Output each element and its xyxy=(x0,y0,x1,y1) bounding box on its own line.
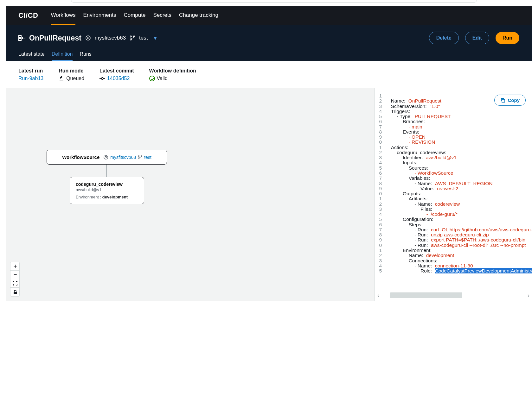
branch-name: test xyxy=(139,35,148,41)
edit-button[interactable]: Edit xyxy=(465,32,489,44)
delete-button[interactable]: Delete xyxy=(429,32,459,44)
nav-environments[interactable]: Environments xyxy=(83,6,116,25)
branch-dropdown[interactable]: ▼ xyxy=(153,35,158,41)
svg-rect-2 xyxy=(22,37,25,39)
run-button[interactable]: Run xyxy=(496,32,519,44)
repo-icon xyxy=(85,35,91,41)
repo-name: mysfitscvb63 xyxy=(95,35,126,41)
search-outline xyxy=(71,0,477,3)
repo-icon xyxy=(103,155,108,160)
svg-point-14 xyxy=(138,158,139,159)
node-codeguru[interactable]: codeguru_codereview aws/build@v1 Environ… xyxy=(70,177,144,204)
zoom-controls: + − xyxy=(10,262,20,297)
zoom-fit-button[interactable] xyxy=(10,279,20,288)
svg-point-8 xyxy=(101,78,103,79)
nav-secrets[interactable]: Secrets xyxy=(153,6,171,25)
svg-point-4 xyxy=(87,37,89,39)
commit-link[interactable]: 14035d52 xyxy=(107,76,130,81)
nav-workflows[interactable]: Workflows xyxy=(51,6,75,25)
branch-icon xyxy=(130,35,135,41)
copy-icon xyxy=(500,98,505,103)
yaml-code[interactable]: 1 2 Name: OnPullRequest 3 SchemaVersion:… xyxy=(375,88,532,289)
latest-run-link[interactable]: Run-9ab13 xyxy=(18,76,43,81)
branch-icon xyxy=(138,155,142,160)
zoom-in-button[interactable]: + xyxy=(10,262,20,271)
svg-point-15 xyxy=(141,155,142,156)
tab-runs[interactable]: Runs xyxy=(80,51,91,61)
nav-compute[interactable]: Compute xyxy=(124,6,145,25)
commit-icon xyxy=(99,77,105,80)
svg-point-7 xyxy=(133,36,135,37)
svg-point-12 xyxy=(105,156,107,158)
svg-rect-0 xyxy=(19,35,21,37)
svg-point-11 xyxy=(104,155,108,159)
svg-rect-17 xyxy=(502,99,505,102)
info-latest-commit: Latest commit 14035d52 xyxy=(99,68,134,81)
info-run-mode: Run mode Queued xyxy=(59,68,84,81)
scroll-right-icon[interactable]: › xyxy=(526,292,531,298)
svg-rect-1 xyxy=(19,39,21,41)
cicd-nav: CI/CD Workflows Environments Compute Sec… xyxy=(6,6,532,25)
workflow-icon xyxy=(18,35,25,41)
zoom-out-button[interactable]: − xyxy=(10,271,20,279)
tab-latest-state[interactable]: Latest state xyxy=(18,51,45,61)
info-workflow-def: Workflow definition Valid xyxy=(149,68,196,81)
connector-line xyxy=(106,165,107,177)
tab-definition[interactable]: Definition xyxy=(52,51,73,61)
node-workflow-source[interactable]: WorkflowSource mysfitscvb63 test xyxy=(47,150,167,165)
lock-button[interactable] xyxy=(10,288,20,296)
yaml-pane: Copy 1 2 Name: OnPullRequest 3 SchemaVer… xyxy=(375,88,532,301)
nav-change-tracking[interactable]: Change tracking xyxy=(179,6,218,25)
svg-point-13 xyxy=(138,155,139,156)
top-bar xyxy=(0,0,532,6)
scrollbar-thumb[interactable] xyxy=(390,292,462,298)
scroll-left-icon[interactable]: ‹ xyxy=(376,292,381,298)
cicd-brand: CI/CD xyxy=(18,11,38,20)
svg-point-5 xyxy=(130,36,131,37)
info-latest-run: Latest run Run-9ab13 xyxy=(18,68,43,81)
queued-icon xyxy=(59,76,64,81)
svg-point-6 xyxy=(130,39,131,40)
workflow-title: OnPullRequest xyxy=(29,34,81,42)
valid-icon xyxy=(149,76,155,81)
workflow-canvas[interactable]: WorkflowSource mysfitscvb63 test codegur… xyxy=(6,88,375,301)
svg-point-3 xyxy=(86,36,90,40)
horizontal-scrollbar[interactable]: ‹ › xyxy=(375,289,532,301)
workflow-header: OnPullRequest mysfitscvb63 test ▼ Delete… xyxy=(6,25,532,61)
info-bar: Latest run Run-9ab13 Run mode Queued Lat… xyxy=(6,61,532,88)
svg-rect-16 xyxy=(14,292,17,294)
copy-button[interactable]: Copy xyxy=(494,95,526,106)
